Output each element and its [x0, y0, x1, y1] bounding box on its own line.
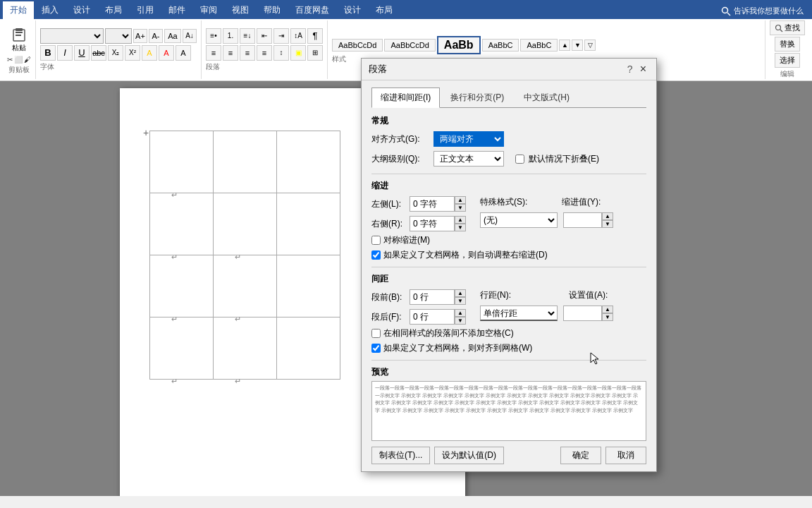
before-down[interactable]: ▼ [455, 297, 466, 305]
left-indent-up[interactable]: ▲ [455, 196, 466, 204]
dialog-close-button[interactable]: × [637, 64, 649, 75]
right-indent-up[interactable]: ▲ [455, 216, 466, 224]
special-format-select[interactable]: (无) [480, 212, 558, 228]
ribbon-tab-buju2[interactable]: 布局 [369, 1, 400, 19]
ribbon-tab-baiduwangpan[interactable]: 百度网盘 [288, 1, 336, 19]
left-indent-down[interactable]: ▼ [455, 204, 466, 212]
at-val-input[interactable] [563, 306, 602, 321]
before-up[interactable]: ▲ [455, 289, 466, 297]
right-indent-down[interactable]: ▼ [455, 224, 466, 231]
increase-indent-button[interactable]: ⇥ [273, 28, 289, 44]
style-item-5[interactable]: AaBbC [520, 39, 558, 52]
align-left-button[interactable]: ≡ [206, 45, 221, 61]
after-up[interactable]: ▲ [455, 309, 466, 317]
no-space-checkbox[interactable] [371, 329, 381, 338]
collapse-checkbox[interactable] [515, 155, 524, 164]
clipboard-label: 剪贴板 [8, 65, 30, 75]
style-item-4[interactable]: AaBbC [482, 39, 519, 52]
tab-chinese[interactable]: 中文版式(H) [515, 87, 579, 108]
superscript-button[interactable]: X² [125, 45, 140, 61]
align-right-button[interactable]: ≡ [240, 45, 255, 61]
set-default-button[interactable]: 设为默认值(D) [434, 447, 504, 464]
cell-arrow-1b: ↵ [214, 157, 221, 167]
at-val-down[interactable]: ▼ [602, 313, 613, 321]
left-indent-input[interactable] [410, 196, 455, 212]
special-format-label: 特殊格式(S): [480, 196, 531, 208]
ribbon-tab-sheji2[interactable]: 设计 [337, 1, 368, 19]
copy-button[interactable]: ⬜ [14, 56, 23, 64]
after-down[interactable]: ▼ [455, 317, 466, 325]
align-center-button[interactable]: ≡ [223, 45, 238, 61]
format-painter-button[interactable]: 🖌 [24, 56, 31, 64]
char-shading-button[interactable]: A [176, 45, 191, 61]
shading-button[interactable]: ▣ [290, 45, 306, 61]
justify-button[interactable]: ≡ [257, 45, 272, 61]
before-input[interactable] [410, 289, 455, 305]
style-item-2[interactable]: AaBbCcDd [384, 39, 435, 52]
style-item-1[interactable]: AaBbCcDd [332, 39, 383, 52]
italic-button[interactable]: I [57, 45, 73, 61]
change-case-button[interactable]: Aa [164, 29, 181, 43]
ok-button[interactable]: 确定 [560, 447, 601, 464]
bullets-button[interactable]: ≡• [206, 28, 221, 44]
styles-scroll-down[interactable]: ▼ [572, 40, 583, 51]
right-indent-input[interactable] [410, 216, 455, 231]
tab-line-page[interactable]: 换行和分页(P) [441, 87, 513, 108]
at-val-up[interactable]: ▲ [602, 306, 613, 313]
ribbon-tab-buju[interactable]: 布局 [98, 1, 129, 19]
ribbon-tab-charu[interactable]: 插入 [35, 1, 66, 19]
tab-indent-spacing[interactable]: 缩进和间距(I) [371, 87, 440, 108]
ribbon-tab-shenyue[interactable]: 审阅 [193, 1, 224, 19]
indent-val-down[interactable]: ▼ [602, 220, 613, 228]
auto-adjust-indent-checkbox[interactable] [371, 250, 381, 260]
numbering-button[interactable]: 1. [223, 28, 238, 44]
multilevel-list-button[interactable]: ≡↓ [240, 28, 255, 44]
indent-val-input[interactable] [563, 212, 602, 228]
after-input[interactable] [410, 309, 455, 325]
show-formatting-button[interactable]: ¶ [307, 28, 323, 44]
styles-expand[interactable]: ▽ [584, 40, 596, 51]
subscript-button[interactable]: X₂ [108, 45, 123, 61]
ribbon-tab-bangzhu[interactable]: 帮助 [257, 1, 288, 19]
clear-format-button[interactable]: A↓ [183, 29, 197, 43]
dialog-help-icon[interactable]: ? [627, 64, 633, 75]
search-icon[interactable]: 告诉我你想要做什么 [715, 3, 809, 19]
cut-button[interactable]: ✂ [7, 56, 13, 64]
line-spacing-button[interactable]: ↕ [273, 45, 289, 61]
styles-scroll-up[interactable]: ▲ [559, 40, 570, 51]
outline-select[interactable]: 正文文本 [433, 151, 504, 167]
plus-handle-icon[interactable]: + [143, 127, 149, 138]
mirror-indent-checkbox[interactable] [371, 236, 381, 245]
tabs-button[interactable]: 制表位(T)... [371, 447, 430, 464]
document-table: ↵ ↵ ↵ ↵ ↵ ↵ ↵ ↵ [149, 131, 340, 380]
ribbon-tab-sheji[interactable]: 设计 [66, 1, 97, 19]
borders-button[interactable]: ⊞ [307, 45, 323, 61]
ribbon-tab-youjian[interactable]: 邮件 [161, 1, 192, 19]
decrease-indent-button[interactable]: ⇤ [257, 28, 272, 44]
style-item-3[interactable]: AaBb [437, 36, 481, 54]
ribbon-tab-shitu[interactable]: 视图 [225, 1, 256, 19]
bold-button[interactable]: B [40, 45, 56, 61]
select-button[interactable]: 选择 [775, 53, 800, 68]
decrease-font-button[interactable]: A- [149, 29, 163, 43]
snap-grid-checkbox[interactable] [371, 344, 381, 353]
ribbon-tab-kaishi[interactable]: 开始 [3, 1, 34, 19]
increase-font-button[interactable]: A+ [133, 29, 147, 43]
indent-val-up[interactable]: ▲ [602, 212, 613, 220]
underline-button[interactable]: U [74, 45, 90, 61]
cancel-button[interactable]: 取消 [605, 447, 646, 464]
ribbon-tab-yinyong[interactable]: 引用 [130, 1, 161, 19]
alignment-select[interactable]: 两端对齐 [433, 131, 504, 147]
indent-section: 缩进 左侧(L): ▲ ▼ 右侧( [371, 180, 646, 261]
replace-button[interactable]: 替换 [775, 37, 800, 52]
text-highlight-button[interactable]: A [142, 45, 157, 61]
find-button[interactable]: 查找 [770, 20, 805, 35]
font-color-button[interactable]: A [159, 45, 174, 61]
font-size-select[interactable] [105, 28, 132, 44]
line-spacing-select[interactable]: 单倍行距 [480, 306, 558, 321]
paste-button[interactable]: 粘贴 [8, 25, 30, 54]
sort-button[interactable]: ↕A [290, 28, 306, 44]
strikethrough-button[interactable]: abc [91, 45, 106, 61]
indent-right-col: 特殊格式(S): 缩进值(Y): (无) ▲ [480, 196, 613, 228]
font-name-select[interactable] [40, 28, 104, 44]
